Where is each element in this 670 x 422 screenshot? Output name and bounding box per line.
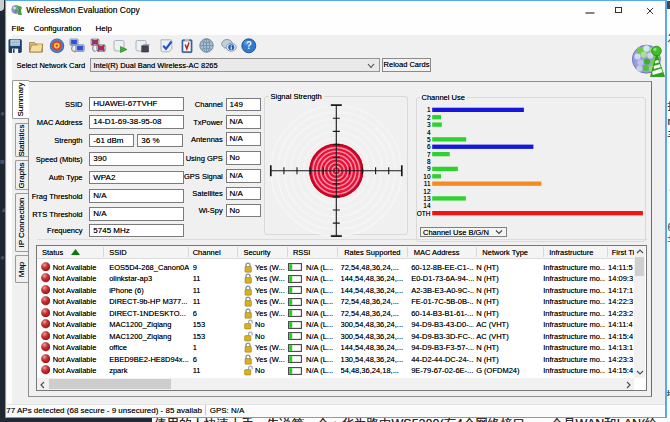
svg-text:14: 14	[423, 202, 431, 209]
svg-text:6: 6	[427, 143, 431, 150]
svg-text:OTH: OTH	[417, 210, 431, 217]
svg-text:2: 2	[427, 114, 431, 121]
svg-text:5: 5	[427, 136, 431, 143]
svg-text:11: 11	[424, 180, 431, 187]
svg-text:13: 13	[423, 195, 431, 202]
svg-text:10: 10	[423, 173, 431, 180]
svg-text:7: 7	[427, 151, 431, 158]
svg-text:3: 3	[427, 121, 431, 128]
svg-text:1: 1	[427, 106, 431, 113]
svg-text:12: 12	[423, 188, 431, 195]
svg-text:?: ?	[246, 40, 252, 51]
svg-text:8: 8	[427, 158, 431, 165]
svg-text:4: 4	[427, 129, 431, 136]
svg-text:9: 9	[427, 165, 431, 172]
